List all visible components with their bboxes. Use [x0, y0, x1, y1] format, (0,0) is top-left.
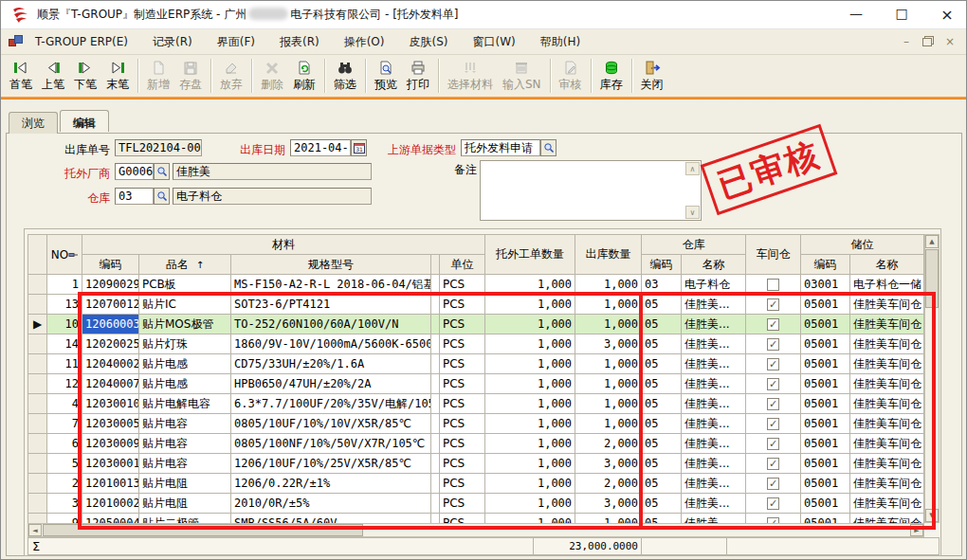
cell-out_qty[interactable]: 1,000 — [575, 295, 642, 315]
cell-order_qty[interactable]: 1,000 — [485, 494, 575, 514]
cell-workshop[interactable]: ✓ — [746, 334, 801, 354]
cell-out_qty[interactable]: 3,000 — [575, 454, 642, 474]
cell-name[interactable]: 贴片电容 — [139, 414, 231, 434]
vendor-code-field[interactable]: G0006 — [115, 163, 154, 180]
cell-unit[interactable]: PCS — [440, 434, 485, 454]
cell-out_qty[interactable]: 1,000 — [575, 315, 642, 334]
upstream-type-field[interactable]: 托外发料申请 — [461, 139, 540, 156]
horizontal-scroll-thumb[interactable] — [43, 524, 363, 536]
cell-name[interactable]: PCB板 — [139, 275, 231, 295]
cell-no[interactable]: 12 — [47, 374, 82, 394]
row-indicator[interactable] — [28, 354, 47, 374]
remark-scroll-up-icon[interactable]: ∧ — [685, 162, 700, 175]
cell-out_qty[interactable]: 1,000 — [575, 374, 642, 394]
cell-loc_code[interactable]: 05001 — [801, 454, 850, 474]
vertical-scroll-thumb[interactable] — [925, 249, 939, 308]
cell-loc_name[interactable]: 佳胜美车间仓 — [850, 374, 924, 394]
cell-loc_code[interactable]: 05001 — [801, 494, 850, 514]
cell-code[interactable]: 12050004 — [82, 514, 139, 524]
col-spec-header[interactable]: 规格型号 — [231, 255, 431, 275]
cell-unit[interactable]: PCS — [440, 295, 485, 315]
cell-loc_code[interactable]: 05001 — [801, 514, 850, 524]
scroll-up-icon[interactable]: ▲ — [925, 235, 939, 248]
menu-window[interactable]: 窗口(W) — [472, 34, 515, 50]
cell-loc_code[interactable]: 03001 — [801, 275, 850, 295]
cell-no[interactable]: 1 — [47, 275, 82, 295]
workshop-checkbox[interactable]: ✓ — [767, 298, 779, 311]
row-indicator[interactable] — [28, 414, 47, 434]
cell-wh_code[interactable]: 05 — [642, 514, 682, 524]
cell-code[interactable]: 12060003 — [82, 315, 139, 334]
grid-horizontal-scrollbar[interactable]: ◄ ► — [27, 523, 924, 537]
workshop-checkbox[interactable]: ✓ — [767, 478, 779, 490]
cell-name[interactable]: 贴片MOS极管 — [139, 315, 231, 334]
cell-unit[interactable]: PCS — [440, 354, 485, 374]
cell-unit[interactable]: PCS — [440, 275, 485, 295]
cell-no[interactable]: 6 — [47, 434, 82, 454]
menu-report[interactable]: 报表(R) — [280, 34, 319, 50]
cell-name[interactable]: 贴片电解电容 — [139, 394, 231, 414]
row-indicator[interactable] — [28, 295, 47, 315]
toolbar-refresh-button[interactable]: 刷新 — [288, 56, 320, 96]
cell-order_qty[interactable]: 1,000 — [485, 275, 575, 295]
col-loc-name-header[interactable]: 名称 — [850, 255, 924, 275]
cell-nar[interactable] — [431, 434, 440, 454]
toolbar-printer-button[interactable]: 打印 — [402, 56, 434, 96]
cell-name[interactable]: 贴片电感 — [139, 354, 231, 374]
col-name-header[interactable]: 品名↑ — [139, 255, 231, 275]
minimize-button[interactable]: — — [847, 6, 866, 24]
col-workshop-header[interactable]: 车间仓 — [746, 235, 801, 275]
menu-tgroup-erp[interactable]: T-GROUP ERP(E) — [35, 35, 128, 48]
cell-out_qty[interactable]: 1,000 — [575, 414, 642, 434]
order-no-field[interactable]: TFL202104-0022 — [115, 139, 202, 156]
workshop-checkbox[interactable]: ✓ — [767, 418, 779, 430]
upstream-lookup-button[interactable] — [540, 139, 556, 156]
cell-no[interactable]: 14 — [47, 334, 82, 354]
cell-nar[interactable] — [431, 454, 440, 474]
col-clipped-header[interactable] — [431, 255, 440, 275]
toolbar-binoculars-button[interactable]: 筛选 — [329, 56, 361, 96]
cell-out_qty[interactable]: 2,000 — [575, 434, 642, 454]
cell-loc_code[interactable]: 05001 — [801, 295, 850, 315]
scroll-right-icon[interactable]: ► — [910, 524, 923, 536]
cell-workshop[interactable]: ✓ — [746, 354, 801, 374]
cell-spec[interactable]: 0805/100NF/10%/50V/X7R/105℃ — [231, 434, 431, 454]
cell-spec[interactable]: MS-F150-A2-R-L 2018-06-04/铝基... — [231, 275, 431, 295]
row-indicator[interactable] — [28, 474, 47, 494]
cell-wh_code[interactable]: 05 — [642, 474, 682, 494]
calendar-button[interactable]: 31 — [351, 139, 367, 156]
cell-wh_code[interactable]: 05 — [642, 374, 682, 394]
cell-unit[interactable]: PCS — [440, 315, 485, 334]
cell-workshop[interactable]: ✓ — [746, 454, 801, 474]
cell-code[interactable]: 12030009 — [82, 434, 139, 454]
cell-nar[interactable] — [431, 494, 440, 514]
cell-out_qty[interactable]: 1,000 — [575, 394, 642, 414]
row-indicator[interactable] — [28, 374, 47, 394]
cell-out_qty[interactable]: 3,000 — [575, 334, 642, 354]
row-indicator[interactable] — [28, 275, 47, 295]
workshop-checkbox[interactable]: ✓ — [767, 458, 779, 470]
row-indicator[interactable] — [28, 394, 47, 414]
cell-nar[interactable] — [431, 354, 440, 374]
cell-code[interactable]: 12040002 — [82, 354, 139, 374]
cell-loc_code[interactable]: 05001 — [801, 374, 850, 394]
mdi-restore-button[interactable] — [922, 38, 932, 46]
col-out-qty-header[interactable]: 出库数量 — [575, 235, 642, 275]
cell-loc_name[interactable]: 佳胜美车间仓 — [850, 454, 924, 474]
cell-name[interactable]: 贴片灯珠 — [139, 334, 231, 354]
cell-order_qty[interactable]: 1,000 — [485, 315, 575, 334]
cell-spec[interactable]: 2010/0R/±5% — [231, 494, 431, 514]
cell-spec[interactable]: 1206/10UF/10%/25V/X5R/85℃ — [231, 454, 431, 474]
cell-loc_name[interactable]: 电子料仓一储 — [850, 275, 924, 295]
col-no-header[interactable]: NO — [47, 235, 82, 275]
cell-wh_code[interactable]: 05 — [642, 494, 682, 514]
cell-spec[interactable]: SOT23-6/PT4121 — [231, 295, 431, 315]
cell-no[interactable]: 4 — [47, 394, 82, 414]
cell-no[interactable]: 7 — [47, 414, 82, 434]
cell-code[interactable]: 12090029 — [82, 275, 139, 295]
tab-edit[interactable]: 编辑 — [60, 110, 109, 132]
cell-no[interactable]: 5 — [47, 454, 82, 474]
workshop-checkbox[interactable]: ✓ — [767, 338, 779, 351]
cell-workshop[interactable]: ✓ — [746, 514, 801, 524]
cell-name[interactable]: 贴片二极管 — [139, 514, 231, 524]
